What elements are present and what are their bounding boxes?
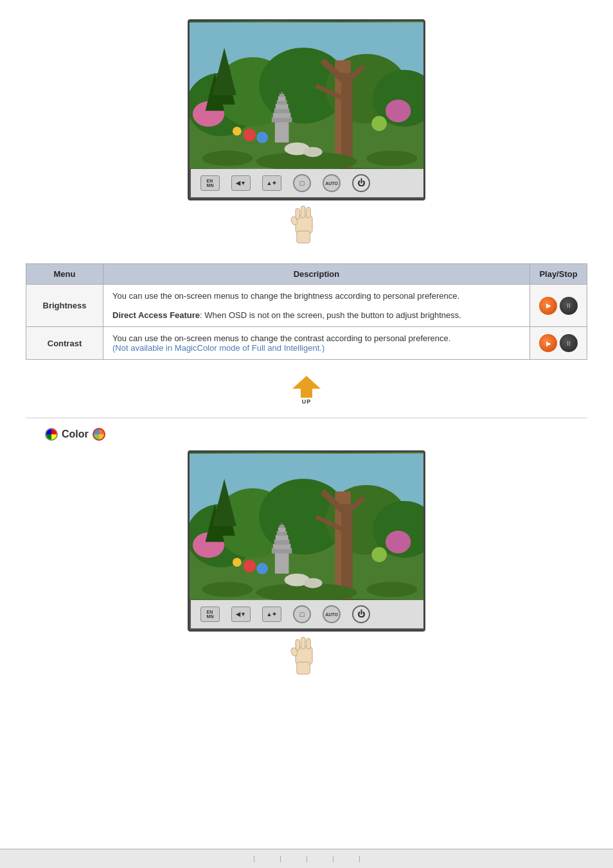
nav-item-3[interactable] xyxy=(281,856,307,862)
desc-contrast: You can use the on-screen menus to chang… xyxy=(103,327,530,360)
color-label: Color xyxy=(62,429,89,440)
up-label: UP xyxy=(302,398,312,405)
play-button-contrast[interactable] xyxy=(539,334,557,352)
svg-point-26 xyxy=(244,128,256,141)
svg-rect-61 xyxy=(274,540,290,545)
svg-rect-37 xyxy=(301,206,305,218)
monitor-controls-2: ENMN ◀▼ ▲✦ □ AUTO ⏻ xyxy=(190,600,425,630)
svg-point-68 xyxy=(256,563,268,574)
garden-scene-2 xyxy=(190,452,423,600)
svg-rect-62 xyxy=(276,535,289,540)
svg-point-67 xyxy=(244,560,256,572)
first-monitor-section: ENMN ◀▼ ▲✦ □ AUTO ⏻ xyxy=(26,19,587,244)
menu-brightness: Brightness xyxy=(26,285,103,327)
nav-item-5[interactable] xyxy=(333,856,360,862)
svg-rect-21 xyxy=(276,104,289,109)
svg-rect-64 xyxy=(278,527,286,532)
svg-rect-36 xyxy=(296,208,300,219)
svg-rect-79 xyxy=(306,638,310,649)
btn-auto[interactable]: AUTO xyxy=(323,174,341,192)
svg-rect-78 xyxy=(301,637,305,650)
svg-rect-23 xyxy=(278,96,286,101)
svg-rect-17 xyxy=(275,120,289,142)
stop-button-contrast[interactable] xyxy=(560,334,578,352)
svg-point-27 xyxy=(256,132,268,143)
btn-power-2[interactable]: ⏻ xyxy=(352,605,370,623)
nav-item-6[interactable] xyxy=(360,856,386,862)
menu-contrast: Contrast xyxy=(26,327,103,360)
svg-rect-51 xyxy=(341,504,353,599)
svg-rect-22 xyxy=(277,100,287,105)
nav-item-1[interactable] xyxy=(228,856,254,862)
btn-en[interactable]: ENMN xyxy=(200,175,220,191)
color-icon-right xyxy=(93,428,105,441)
svg-rect-24 xyxy=(280,94,285,97)
desc-contrast-line1: You can use the on-screen menus to chang… xyxy=(112,333,450,343)
svg-point-32 xyxy=(366,151,417,166)
table-row-contrast: Contrast You can use the on-screen menus… xyxy=(26,327,587,360)
second-monitor-section: ENMN ◀▼ ▲✦ □ AUTO ⏻ xyxy=(26,450,587,675)
btn-arrow-2[interactable]: ◀▼ xyxy=(231,607,251,622)
svg-point-8 xyxy=(386,100,411,122)
color-section-header: Color xyxy=(45,428,587,441)
hand-pointer-1 xyxy=(287,202,322,244)
desc-brightness: You can use the on-screen menus to chang… xyxy=(103,285,530,327)
col-header-description: Description xyxy=(103,264,530,285)
monitor-frame-1: ENMN ◀▼ ▲✦ □ AUTO ⏻ xyxy=(188,19,425,200)
btn-brightness[interactable]: ▲✦ xyxy=(262,175,281,191)
svg-rect-10 xyxy=(341,73,353,168)
garden-scene-1 xyxy=(190,21,423,169)
svg-rect-63 xyxy=(277,531,287,536)
btn-power[interactable]: ⏻ xyxy=(352,174,370,192)
hand-pointer-2 xyxy=(287,633,322,675)
nav-item-4[interactable] xyxy=(307,856,333,862)
svg-rect-20 xyxy=(274,109,290,114)
svg-rect-81 xyxy=(296,662,309,675)
svg-rect-40 xyxy=(296,231,309,244)
desc-brightness-line2: : When OSD is not on the screen, push th… xyxy=(200,310,461,320)
btn-arrow[interactable]: ◀▼ xyxy=(231,175,251,191)
svg-point-28 xyxy=(233,127,242,136)
col-header-playstop: Play/Stop xyxy=(530,264,587,285)
btn-square-icon[interactable]: □ xyxy=(293,174,311,192)
up-arrow-section: UP xyxy=(26,376,587,405)
svg-point-73 xyxy=(366,582,417,598)
playstop-brightness xyxy=(530,285,587,327)
svg-point-34 xyxy=(303,147,323,157)
btn-square-icon-2[interactable]: □ xyxy=(293,605,311,623)
play-stop-buttons-brightness xyxy=(539,297,578,315)
up-arrow[interactable]: UP xyxy=(290,376,323,405)
monitor-screen-2 xyxy=(190,452,423,600)
btn-auto-2[interactable]: AUTO xyxy=(323,605,341,623)
bottom-nav xyxy=(0,849,613,868)
col-header-menu: Menu xyxy=(26,264,103,285)
btn-brightness-2[interactable]: ▲✦ xyxy=(262,607,281,622)
svg-point-70 xyxy=(371,547,387,562)
up-arrow-triangle xyxy=(292,376,321,389)
svg-point-69 xyxy=(233,558,242,567)
desc-contrast-notavail: (Not available in MagicColor mode of Ful… xyxy=(112,343,324,353)
svg-point-31 xyxy=(202,151,253,166)
table-section: Menu Description Play/Stop Brightness Yo… xyxy=(26,263,587,360)
svg-point-72 xyxy=(202,582,253,598)
svg-rect-65 xyxy=(280,525,285,528)
svg-point-29 xyxy=(371,116,387,131)
page-wrapper: ENMN ◀▼ ▲✦ □ AUTO ⏻ xyxy=(0,0,613,714)
up-arrow-rect xyxy=(301,389,312,398)
desc-brightness-bold: Direct Access Feature xyxy=(112,310,200,320)
play-button-brightness[interactable] xyxy=(539,297,557,315)
table-row-brightness: Brightness You can use the on-screen men… xyxy=(26,285,587,327)
stop-button-brightness[interactable] xyxy=(560,297,578,315)
monitor-controls-1: ENMN ◀▼ ▲✦ □ AUTO ⏻ xyxy=(190,169,425,199)
svg-point-75 xyxy=(303,578,323,589)
svg-rect-18 xyxy=(272,117,292,122)
btn-en-2[interactable]: ENMN xyxy=(200,607,220,622)
monitor-frame-2: ENMN ◀▼ ▲✦ □ AUTO ⏻ xyxy=(188,450,425,632)
monitor-screen-1 xyxy=(190,21,423,169)
svg-rect-38 xyxy=(306,207,310,218)
desc-brightness-line1: You can use the on-screen menus to chang… xyxy=(112,291,459,301)
svg-rect-19 xyxy=(273,113,291,118)
color-icon-left xyxy=(45,428,58,441)
nav-item-2[interactable] xyxy=(254,856,281,862)
svg-rect-59 xyxy=(272,548,292,553)
